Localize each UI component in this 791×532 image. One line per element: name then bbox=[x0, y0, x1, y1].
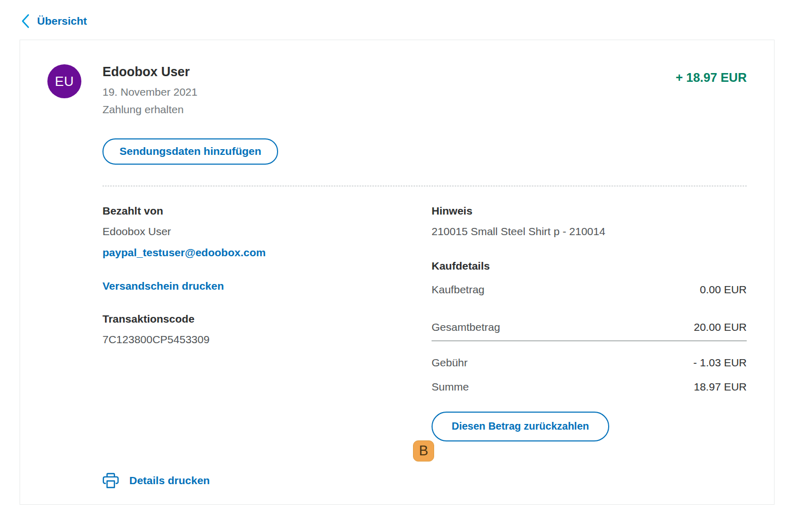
back-link-label: Übersicht bbox=[37, 15, 87, 27]
print-details-label: Details drucken bbox=[129, 474, 210, 487]
dotted-divider bbox=[102, 186, 747, 186]
print-details-link[interactable]: Details drucken bbox=[101, 471, 210, 490]
details-columns: Bezahlt von Edoobox User paypal_testuser… bbox=[102, 205, 747, 441]
note-text: 210015 Small Steel Shirt p - 210014 bbox=[432, 225, 747, 238]
purchase-row-value: 0.00 EUR bbox=[700, 283, 747, 296]
printer-icon bbox=[101, 471, 121, 490]
transaction-status: Zahlung erhalten bbox=[102, 103, 197, 116]
purchase-row-value: 20.00 EUR bbox=[694, 321, 747, 333]
purchase-row-label: Gebühr bbox=[432, 357, 468, 369]
paid-by-section: Bezahlt von Edoobox User paypal_testuser… bbox=[102, 205, 432, 346]
print-shipping-label-link[interactable]: Versandschein drucken bbox=[102, 280, 224, 292]
refund-amount-button[interactable]: Diesen Betrag zurückzahlen bbox=[432, 412, 609, 441]
counterparty-name: Edoobox User bbox=[102, 64, 197, 79]
add-shipping-data-button[interactable]: Sendungsdaten hinzufügen bbox=[102, 138, 278, 165]
purchase-row-value: - 1.03 EUR bbox=[693, 357, 747, 369]
purchase-row: Kaufbetrag 0.00 EUR bbox=[432, 283, 747, 296]
back-link-uebersicht[interactable]: Übersicht bbox=[21, 13, 87, 29]
transaction-code-value: 7C123800CP5453309 bbox=[102, 333, 432, 346]
transaction-date: 19. November 2021 bbox=[102, 86, 197, 98]
purchase-row-label: Gesamtbetrag bbox=[432, 321, 500, 333]
purchase-row: Gebühr - 1.03 EUR bbox=[432, 357, 747, 369]
purchase-row: Gesamtbetrag 20.00 EUR bbox=[432, 321, 747, 333]
transaction-details-card: EU Edoobox User 19. November 2021 Zahlun… bbox=[20, 40, 775, 505]
purchase-details-label: Kaufdetails bbox=[432, 260, 747, 272]
annotation-marker-B: B bbox=[413, 440, 434, 462]
subtotal-divider bbox=[432, 341, 747, 341]
purchase-row-value: 18.97 EUR bbox=[694, 381, 747, 393]
transaction-header: EU Edoobox User 19. November 2021 Zahlun… bbox=[47, 64, 747, 116]
chevron-left-icon bbox=[21, 13, 31, 29]
note-label: Hinweis bbox=[432, 205, 747, 217]
payer-email-link[interactable]: paypal_testuser@edoobox.com bbox=[102, 246, 266, 259]
header-info: Edoobox User 19. November 2021 Zahlung e… bbox=[102, 64, 197, 116]
purchase-row: Summe 18.97 EUR bbox=[432, 381, 747, 393]
refund-button-wrapper: Diesen Betrag zurückzahlen B bbox=[432, 412, 609, 441]
avatar: EU bbox=[47, 64, 81, 98]
transaction-code-label: Transaktionscode bbox=[102, 313, 432, 325]
paid-by-name: Edoobox User bbox=[102, 225, 432, 238]
purchase-details-section: Hinweis 210015 Small Steel Shirt p - 210… bbox=[432, 205, 747, 441]
purchase-row-label: Summe bbox=[432, 381, 469, 393]
purchase-row-label: Kaufbetrag bbox=[432, 283, 485, 296]
paid-by-label: Bezahlt von bbox=[102, 205, 432, 217]
transaction-amount: + 18.97 EUR bbox=[676, 70, 747, 85]
